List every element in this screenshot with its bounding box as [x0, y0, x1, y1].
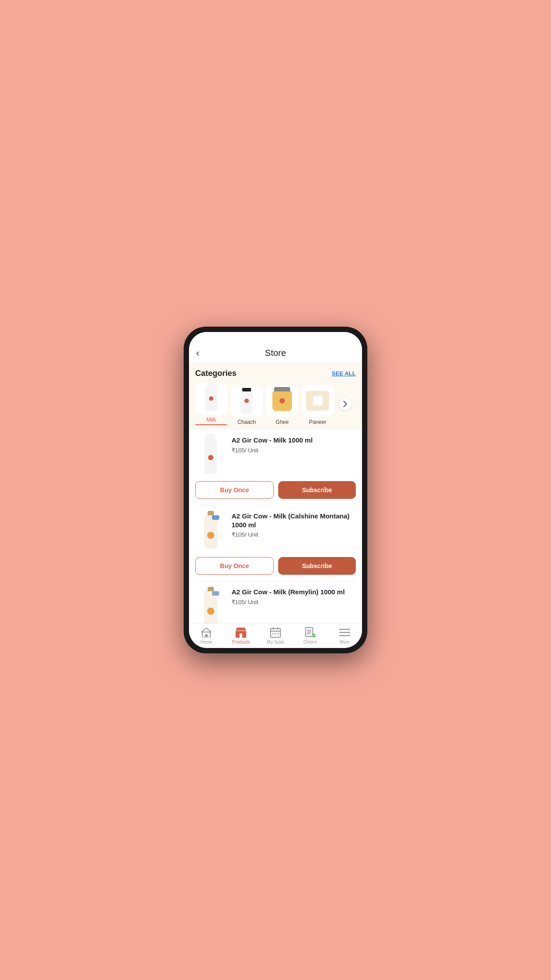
paneer-box-icon	[306, 391, 329, 411]
product-bottle-icon-p2	[204, 514, 217, 549]
ghee-jar-icon	[272, 391, 292, 411]
category-img-milk	[195, 383, 227, 415]
product-bottle-icon-p3	[204, 590, 217, 624]
categories-section: Categories SEE ALL Milk	[189, 363, 362, 430]
product-bottle-icon-p1	[205, 438, 217, 474]
product-price-p2: ₹105/ Unit	[232, 531, 356, 538]
product-row-p2: A2 Gir Cow - Milk (Calshine Montana) 100…	[195, 512, 356, 552]
mysubs-icon-wrap	[270, 627, 281, 638]
category-label-ghee: Ghee	[276, 419, 288, 425]
nav-label-orders: Orders	[303, 640, 317, 644]
product-row-p3: A2 Gir Cow - Milk (Remylin) 1000 ml ₹105…	[195, 588, 356, 624]
orders-icon-wrap	[304, 627, 316, 638]
home-icon-wrap	[201, 627, 212, 638]
products-icon-wrap	[235, 627, 247, 638]
product-info-p3: A2 Gir Cow - Milk (Remylin) 1000 ml ₹105…	[232, 588, 356, 605]
category-img-paneer	[302, 385, 334, 417]
svg-point-6	[275, 633, 276, 635]
product-price-p3: ₹105/ Unit	[232, 599, 356, 605]
product-item-p1: A2 Gir Cow - Milk 1000 ml ₹105/ Unit Buy…	[195, 430, 356, 506]
categories-scroll-right-button[interactable]	[339, 398, 351, 410]
categories-list: Milk Chaach	[195, 383, 356, 425]
products-list: A2 Gir Cow - Milk 1000 ml ₹105/ Unit Buy…	[189, 430, 362, 624]
product-item-p3: A2 Gir Cow - Milk (Remylin) 1000 ml ₹105…	[195, 581, 356, 624]
svg-point-7	[278, 633, 279, 635]
nav-item-home[interactable]: Home	[189, 627, 224, 644]
nav-item-products[interactable]: Products	[224, 627, 258, 644]
milk-bottle-icon	[205, 386, 217, 411]
buy-once-button-p1[interactable]: Buy Once	[195, 481, 274, 499]
product-item-p2: A2 Gir Cow - Milk (Calshine Montana) 100…	[195, 506, 356, 581]
orders-icon	[305, 627, 315, 638]
phone-frame: ‹ Store Categories SEE ALL	[184, 327, 367, 653]
nav-item-orders[interactable]: Orders	[293, 627, 327, 644]
product-image-p2	[195, 512, 226, 552]
category-img-chaach	[231, 385, 263, 417]
product-actions-p1: Buy Once Subscribe	[195, 481, 356, 499]
subscribe-button-p2[interactable]: Subscribe	[278, 557, 356, 575]
product-row-p1: A2 Gir Cow - Milk 1000 ml ₹105/ Unit	[195, 436, 356, 476]
category-label-chaach: Chaach	[237, 419, 256, 425]
category-label-milk: Milk	[206, 417, 216, 423]
page-title: Store	[265, 348, 286, 358]
see-all-link[interactable]: SEE ALL	[332, 370, 356, 377]
category-item-chaach[interactable]: Chaach	[231, 385, 263, 425]
chevron-right-icon	[343, 401, 347, 407]
svg-rect-4	[271, 628, 280, 637]
product-name-p3: A2 Gir Cow - Milk (Remylin) 1000 ml	[232, 588, 356, 597]
product-info-p1: A2 Gir Cow - Milk 1000 ml ₹105/ Unit	[232, 436, 356, 454]
nav-item-more[interactable]: More	[327, 627, 362, 644]
product-price-p1: ₹105/ Unit	[232, 447, 356, 454]
category-item-ghee[interactable]: Ghee	[266, 385, 298, 425]
nav-label-mysubs: My Subs	[267, 640, 284, 644]
category-item-paneer[interactable]: Paneer	[302, 385, 334, 425]
svg-rect-3	[240, 633, 242, 638]
status-bar	[189, 332, 362, 344]
categories-title: Categories	[195, 369, 236, 378]
active-underline	[195, 424, 227, 425]
category-item-milk[interactable]: Milk	[195, 383, 227, 425]
product-name-p1: A2 Gir Cow - Milk 1000 ml	[232, 436, 356, 445]
scroll-area: Categories SEE ALL Milk	[189, 363, 362, 624]
categories-header: Categories SEE ALL	[195, 369, 356, 378]
product-image-p3	[195, 588, 226, 624]
subscribe-button-p1[interactable]: Subscribe	[278, 481, 356, 499]
product-name-p2: A2 Gir Cow - Milk (Calshine Montana) 100…	[232, 512, 356, 529]
home-icon	[201, 628, 212, 637]
product-image-p1	[195, 436, 226, 476]
header: ‹ Store	[189, 344, 362, 363]
category-label-paneer: Paneer	[309, 419, 327, 425]
more-icon-wrap	[339, 627, 350, 638]
bottom-nav: Home Products	[189, 624, 362, 648]
back-button[interactable]: ‹	[196, 348, 199, 359]
category-img-ghee	[266, 385, 298, 417]
buy-once-button-p2[interactable]: Buy Once	[195, 557, 274, 575]
svg-point-5	[272, 633, 274, 635]
more-hamburger-icon	[339, 628, 350, 636]
nav-label-home: Home	[201, 640, 213, 644]
nav-item-mysubs[interactable]: My Subs	[258, 627, 293, 644]
svg-rect-1	[205, 634, 208, 637]
chaach-bottle-icon	[241, 388, 252, 414]
nav-label-more: More	[340, 640, 350, 644]
product-info-p2: A2 Gir Cow - Milk (Calshine Montana) 100…	[232, 512, 356, 538]
nav-label-products: Products	[232, 640, 249, 644]
phone-screen: ‹ Store Categories SEE ALL	[189, 332, 362, 648]
product-actions-p2: Buy Once Subscribe	[195, 557, 356, 575]
mysubs-calendar-icon	[270, 627, 281, 638]
products-store-icon	[235, 627, 247, 638]
